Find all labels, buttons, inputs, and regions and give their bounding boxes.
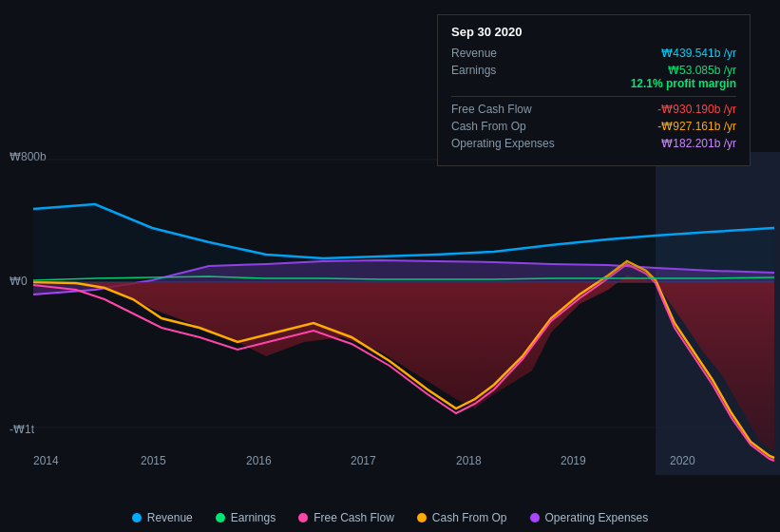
legend-item-earnings[interactable]: Earnings [216, 511, 276, 524]
revenue-label: Revenue [451, 47, 556, 60]
legend-label-earnings: Earnings [231, 511, 276, 524]
info-box: Sep 30 2020 Revenue ₩439.541b /yr Earnin… [437, 14, 751, 166]
cash-from-op-row: Cash From Op -₩927.161b /yr [451, 120, 736, 133]
svg-marker-5 [33, 204, 774, 282]
legend-dot-earnings [216, 513, 225, 522]
opex-label: Operating Expenses [451, 137, 556, 150]
legend-item-cash-from-op[interactable]: Cash From Op [417, 511, 507, 524]
x-label-2019: 2019 [561, 454, 586, 467]
info-date: Sep 30 2020 [451, 25, 736, 39]
fcf-label: Free Cash Flow [451, 103, 556, 116]
x-label-2020: 2020 [670, 454, 695, 467]
legend-item-fcf[interactable]: Free Cash Flow [298, 511, 394, 524]
legend-dot-fcf [298, 513, 308, 522]
legend-label-cash-from-op: Cash From Op [432, 511, 507, 524]
legend-dot-revenue [132, 513, 142, 522]
earnings-row: Earnings ₩53.085b /yr 12.1% profit margi… [451, 64, 736, 90]
legend-dot-cash-from-op [417, 513, 427, 522]
opex-row: Operating Expenses ₩182.201b /yr [451, 137, 736, 150]
x-label-2015: 2015 [141, 454, 166, 467]
legend-label-opex: Operating Expenses [545, 511, 649, 524]
x-label-2017: 2017 [351, 454, 376, 467]
chart-legend: Revenue Earnings Free Cash Flow Cash Fro… [0, 511, 780, 524]
cash-from-op-label: Cash From Op [451, 120, 556, 133]
legend-item-revenue[interactable]: Revenue [132, 511, 193, 524]
opex-value: ₩182.201b /yr [661, 137, 736, 150]
legend-item-opex[interactable]: Operating Expenses [530, 511, 649, 524]
earnings-value: ₩53.085b /yr [631, 64, 736, 77]
revenue-row: Revenue ₩439.541b /yr [451, 47, 736, 60]
legend-label-revenue: Revenue [147, 511, 193, 524]
x-label-2016: 2016 [246, 454, 272, 467]
fcf-value: -₩930.190b /yr [657, 103, 736, 116]
x-label-2018: 2018 [456, 454, 482, 467]
revenue-value: ₩439.541b /yr [661, 47, 736, 60]
divider-1 [451, 96, 736, 97]
x-label-2014: 2014 [33, 454, 59, 467]
legend-label-fcf: Free Cash Flow [314, 511, 394, 524]
cash-from-op-value: -₩927.161b /yr [657, 120, 736, 133]
legend-dot-opex [530, 513, 540, 522]
profit-margin: 12.1% profit margin [631, 77, 736, 90]
earnings-label: Earnings [451, 64, 556, 77]
fcf-row: Free Cash Flow -₩930.190b /yr [451, 103, 736, 116]
